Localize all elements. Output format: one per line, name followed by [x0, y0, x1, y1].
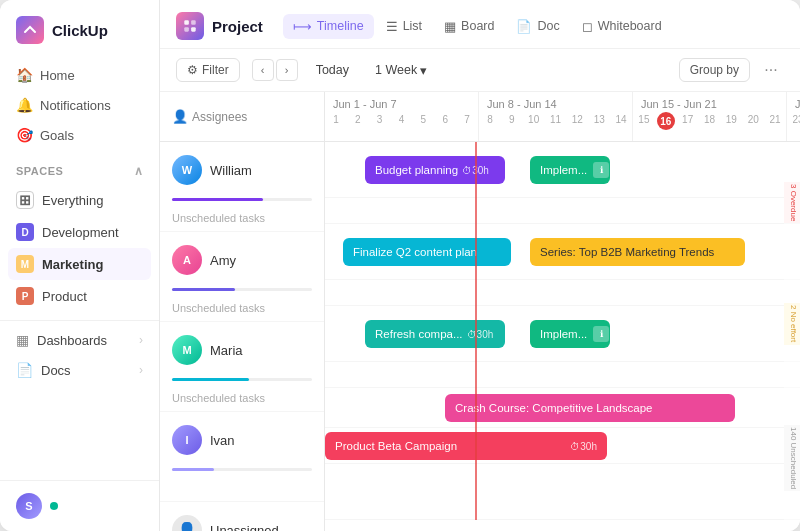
progress-bar — [172, 468, 214, 471]
timeline-icon: ⟼ — [293, 19, 312, 34]
svg-rect-3 — [191, 27, 196, 32]
task-bar-refresh[interactable]: Refresh compa... ⏱30h — [365, 320, 505, 348]
prev-arrow-button[interactable]: ‹ — [252, 59, 274, 81]
progress-bar-container — [172, 378, 312, 381]
unscheduled-row: . — [160, 475, 324, 501]
main-content: Project ⟼ Timeline ☰ List ▦ Board 📄 Doc — [160, 0, 800, 531]
day-numbers: 23 24 25 — [787, 112, 800, 127]
avatar: M — [172, 335, 202, 365]
week-label: Jun 15 - Jun 21 — [633, 92, 786, 112]
sidebar-item-everything[interactable]: ⊞ Everything — [8, 184, 151, 216]
grid-row-amy: Finalize Q2 content plan Series: Top B2B… — [325, 224, 800, 280]
home-icon: 🏠 — [16, 67, 32, 83]
task-icon: ℹ — [593, 162, 609, 178]
list-icon: ☰ — [386, 19, 398, 34]
sidebar-item-label: Dashboards — [37, 333, 107, 348]
task-bar-product-beta[interactable]: Product Beta Campaign ⏱30h — [325, 432, 607, 460]
sidebar-bottom-items: ▦ Dashboards › 📄 Docs › — [0, 320, 159, 389]
svg-rect-0 — [184, 20, 189, 25]
gantt-left-panel: 👤 Assignees W William Unscheduled tasks — [160, 92, 325, 531]
sidebar-item-marketing[interactable]: M Marketing — [8, 248, 151, 280]
week-selector-button[interactable]: 1 Week ▾ — [367, 59, 435, 82]
tab-whiteboard[interactable]: ◻ Whiteboard — [572, 14, 672, 39]
filter-button[interactable]: ⚙ Filter — [176, 58, 240, 82]
assignee-name: William — [210, 163, 252, 178]
right-edge-labels: 3 Overdue 2 No effort 140 Unscheduled — [784, 142, 800, 531]
task-bar-series-b2b[interactable]: Series: Top B2B Marketing Trends — [530, 238, 745, 266]
spaces-list: ⊞ Everything D Development M Marketing P… — [0, 184, 159, 312]
gantt-rows-area: Budget planning ⏱30h Implem... ℹ Fin — [325, 142, 800, 520]
sidebar-footer: S — [0, 480, 159, 531]
assignee-row-ivan: I Ivan . — [160, 412, 324, 502]
sidebar-item-goals[interactable]: 🎯 Goals — [8, 120, 151, 150]
logo-text: ClickUp — [52, 22, 108, 39]
today-button[interactable]: Today — [306, 59, 359, 81]
day-numbers: 8 9 10 11 12 13 14 — [479, 112, 632, 127]
sidebar-item-dashboards[interactable]: ▦ Dashboards › — [8, 325, 151, 355]
group-by-button[interactable]: Group by — [679, 58, 750, 82]
everything-icon: ⊞ — [16, 191, 34, 209]
day-numbers: 1 2 3 4 5 6 7 — [325, 112, 478, 127]
task-bar-implement-2[interactable]: Implem... ℹ — [530, 320, 610, 348]
tab-board[interactable]: ▦ Board — [434, 14, 504, 39]
sidebar-item-label: Notifications — [40, 98, 111, 113]
user-avatar[interactable]: S — [16, 493, 42, 519]
grid-row-unassigned — [325, 464, 800, 520]
task-bar-crash-course[interactable]: Crash Course: Competitive Landscape — [445, 394, 735, 422]
logo-area: ClickUp — [0, 0, 159, 56]
grid-unscheduled-william — [325, 198, 800, 224]
timeline-header: Jun 1 - Jun 7 1 2 3 4 5 6 7 Jun 8 - Jun … — [325, 92, 800, 142]
spaces-collapse-icon[interactable]: ∧ — [134, 164, 144, 178]
next-arrow-button[interactable]: › — [276, 59, 298, 81]
avatar: 👤 — [172, 515, 202, 531]
unscheduled-label: Unscheduled tasks — [172, 302, 265, 314]
unscheduled-label: Unscheduled tasks — [172, 392, 265, 404]
task-label: Budget planning — [375, 164, 458, 176]
tab-doc[interactable]: 📄 Doc — [506, 14, 569, 39]
week-group-4: Jun 23 - Jun... 23 24 25 — [787, 92, 800, 141]
sidebar-item-notifications[interactable]: 🔔 Notifications — [8, 90, 151, 120]
assignee-name: Unassigned — [210, 523, 279, 532]
top-bar: Project ⟼ Timeline ☰ List ▦ Board 📄 Doc — [160, 0, 800, 49]
task-label: Crash Course: Competitive Landscape — [455, 402, 653, 414]
task-bar-budget-planning[interactable]: Budget planning ⏱30h — [365, 156, 505, 184]
task-label: Finalize Q2 content plan — [353, 246, 477, 258]
sidebar-item-home[interactable]: 🏠 Home — [8, 60, 151, 90]
avatar: A — [172, 245, 202, 275]
task-label: Product Beta Campaign — [335, 440, 457, 452]
board-icon: ▦ — [444, 19, 456, 34]
sidebar-item-development[interactable]: D Development — [8, 216, 151, 248]
spaces-label: Spaces — [16, 165, 63, 177]
task-bar-implement-1[interactable]: Implem... ℹ — [530, 156, 610, 184]
sidebar-nav: 🏠 Home 🔔 Notifications 🎯 Goals — [0, 56, 159, 154]
assignee-name: Ivan — [210, 433, 235, 448]
sidebar-item-docs[interactable]: 📄 Docs › — [8, 355, 151, 385]
task-bar-finalize-q2[interactable]: Finalize Q2 content plan — [343, 238, 511, 266]
week-label: Jun 8 - Jun 14 — [479, 92, 632, 112]
chevron-down-icon: ▾ — [420, 63, 427, 78]
logo-icon — [16, 16, 44, 44]
time-label: ⏱30h — [570, 441, 597, 452]
chevron-right-icon: › — [139, 333, 143, 347]
more-options-button[interactable]: ··· — [758, 57, 784, 83]
sidebar-item-product[interactable]: P Product — [8, 280, 151, 312]
toolbar: ⚙ Filter ‹ › Today 1 Week ▾ Group by ··· — [160, 49, 800, 92]
assignee-row-amy: A Amy Unscheduled tasks — [160, 232, 324, 322]
product-icon: P — [16, 287, 34, 305]
gantt-right-panel: Jun 1 - Jun 7 1 2 3 4 5 6 7 Jun 8 - Jun … — [325, 92, 800, 531]
project-title: Project — [212, 18, 263, 35]
whiteboard-icon: ◻ — [582, 19, 593, 34]
unscheduled-label: Unscheduled tasks — [172, 212, 265, 224]
assignees-header: 👤 Assignees — [160, 92, 324, 142]
sidebar-item-label: Home — [40, 68, 75, 83]
week-group-2: Jun 8 - Jun 14 8 9 10 11 12 13 14 — [479, 92, 633, 141]
tab-list[interactable]: ☰ List — [376, 14, 432, 39]
tab-timeline[interactable]: ⟼ Timeline — [283, 14, 374, 39]
sidebar-item-label: Docs — [41, 363, 71, 378]
bell-icon: 🔔 — [16, 97, 32, 113]
grid-row-maria: Refresh compa... ⏱30h Implem... ℹ — [325, 306, 800, 362]
grid-unscheduled-maria — [325, 362, 800, 388]
assignee-icon: 👤 — [172, 109, 188, 124]
svg-rect-2 — [184, 27, 189, 32]
doc-icon: 📄 — [16, 362, 33, 378]
